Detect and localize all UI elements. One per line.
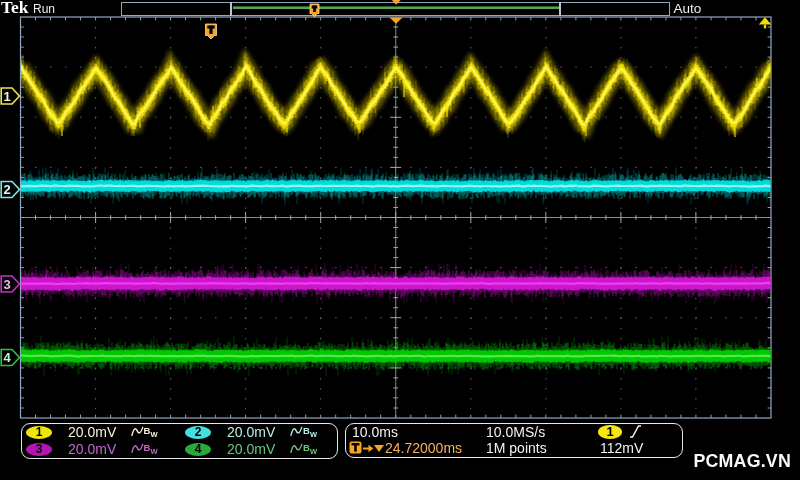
svg-text:1: 1: [3, 89, 10, 104]
svg-text:4: 4: [3, 350, 11, 365]
svg-text:2: 2: [3, 182, 10, 197]
svg-text:3: 3: [3, 277, 10, 292]
